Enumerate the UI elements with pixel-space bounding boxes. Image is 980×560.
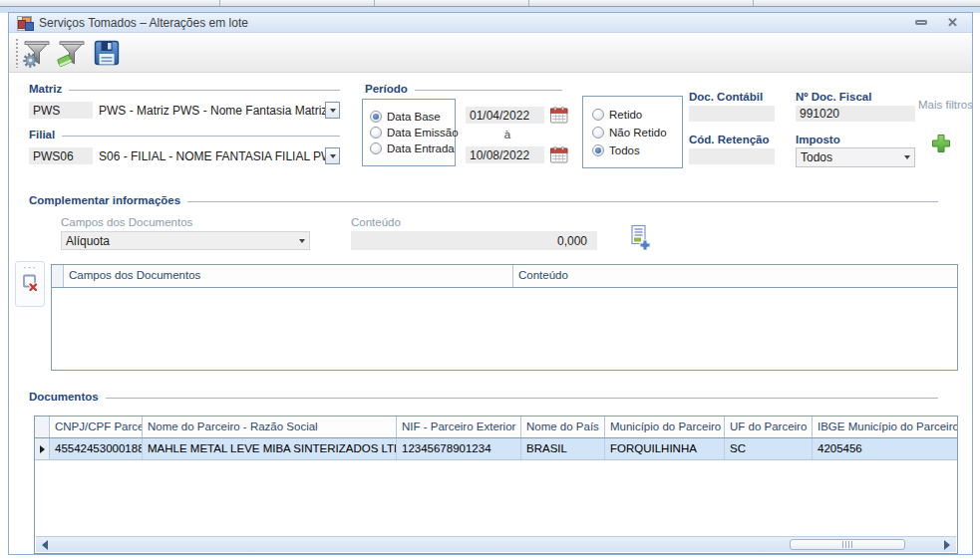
column-header[interactable]: IBGE Município do Parceiro [813,417,957,437]
filial-combo[interactable]: S06 - FILIAL - NOME FANTASIA FILIAL PWS0… [99,147,340,164]
campos-documentos-combo[interactable]: Alíquota [61,231,310,250]
minimize-button[interactable] [915,20,927,25]
screen: { "window": { "title": "Serviços Tomados… [0,0,980,560]
column-header-conteudo[interactable]: Conteúdo [513,265,957,287]
app-window-icon [17,15,33,30]
scroll-left-arrow[interactable] [42,540,48,550]
conteudo-field[interactable]: 0,000 [351,231,597,250]
cod-retencao-label: Cód. Retenção [689,134,770,145]
column-header[interactable]: CNPJ/CPF Parceiro [50,417,143,437]
horizontal-scrollbar[interactable] [36,536,956,552]
matriz-combo[interactable]: PWS - Matriz PWS - Nome Fantasia Matriz … [99,102,340,119]
row-selector[interactable] [35,438,50,459]
cell-nif[interactable]: 12345678901234 [397,438,521,459]
cell-pais[interactable]: BRASIL [521,438,605,459]
add-content-button[interactable] [629,224,651,254]
document-add-icon [629,224,651,250]
radio-button-icon [592,127,604,139]
radio-retido[interactable]: Retido [592,109,682,121]
more-options-dots[interactable]: ··· [23,263,37,271]
date-to-field[interactable]: 10/08/2022 [466,146,544,163]
radio-label: Não Retido [609,127,667,139]
radio-button-icon [370,111,382,123]
conteudo-label: Conteúdo [351,216,401,228]
backdrop-separator [753,0,754,6]
table-row[interactable]: 45542453000188 MAHLE METAL LEVE MIBA SIN… [35,438,957,460]
grid-selector-header [35,417,50,437]
doc-fiscal-field[interactable]: 991020 [796,106,915,122]
cell-municipio[interactable]: FORQUILHINHA [605,438,725,459]
column-header[interactable]: NIF - Parceiro Exterior [397,417,521,437]
save-floppy-icon [92,38,122,68]
filial-combo-value: S06 - FILIAL - NOME FANTASIA FILIAL PWS0… [99,149,325,163]
campos-documentos-label: Campos dos Documentos [61,216,192,228]
mais-filtros-button[interactable] [930,133,952,158]
radio-data-base[interactable]: Data Base [370,111,455,123]
chevron-down-icon [904,155,910,159]
documentos-grid[interactable]: CNPJ/CPF Parceiro Nome do Parceiro - Raz… [34,416,958,554]
filial-combo-dropdown-button[interactable] [325,147,340,164]
backdrop-separator [374,0,375,6]
background-window-strip [0,0,980,7]
complementar-grid[interactable]: Campos dos Documentos Conteúdo [51,264,958,371]
radio-nao-retido[interactable]: Não Retido [592,127,682,139]
filial-label: Filial [29,129,55,140]
chevron-down-icon [330,109,336,113]
imposto-combo[interactable]: Todos [796,147,915,167]
date-to-calendar-button[interactable] [550,146,568,167]
matriz-label: Matriz [29,83,62,95]
cell-razao-social[interactable]: MAHLE METAL LEVE MIBA SINTERIZADOS LTDA [143,438,397,459]
radio-button-icon [592,109,604,121]
cell-cnpj[interactable]: 45542453000188 [50,438,143,459]
filter-search-button[interactable] [21,37,53,69]
dialog-window: Serviços Tomados – Alterações em lote ✕ [8,12,973,555]
column-header[interactable]: UF do Parceiro [725,417,813,437]
remove-row-icon [21,274,39,292]
section-complementar: Complementar informações [29,194,938,206]
column-header[interactable]: Município do Parceiro [605,417,725,437]
column-header[interactable]: Nome do Parceiro - Razão Social [143,417,397,437]
remove-row-button[interactable] [21,274,39,296]
grid-side-toolbar: ··· [15,261,45,307]
scroll-right-arrow[interactable] [944,540,950,550]
toolbar [9,33,972,73]
filter-clear-button[interactable] [56,37,88,69]
filter-clear-icon [57,38,87,68]
mais-filtros-label: Mais filtros [918,98,966,112]
section-periodo: Período [365,83,562,95]
date-from-field[interactable]: 01/04/2022 [466,107,544,124]
close-button[interactable]: ✕ [947,16,958,29]
section-filial: Filial [29,129,340,140]
cod-retencao-field[interactable] [689,148,775,164]
grid-selector-header [52,265,64,287]
radio-button-icon [370,127,382,139]
cell-ibge[interactable]: 4205456 [813,438,957,459]
filter-gear-icon [22,38,52,68]
title-bar[interactable]: Serviços Tomados – Alterações em lote ✕ [9,13,972,33]
doc-contabil-field[interactable] [689,106,775,122]
date-from-calendar-button[interactable] [550,107,568,128]
calendar-icon [550,146,568,163]
doc-contabil-label: Doc. Contábil [689,91,763,103]
doc-fiscal-label: Nº Doc. Fiscal [796,91,871,103]
matriz-code-field[interactable]: PWS [29,102,93,119]
scrollbar-grip-icon [842,541,852,548]
plus-icon [930,133,952,154]
documentos-label: Documentos [29,391,99,403]
column-header[interactable]: Nome do País [521,417,605,437]
complementar-label: Complementar informações [29,194,180,206]
scrollbar-thumb[interactable] [790,539,905,550]
radio-todos[interactable]: Todos [592,144,682,156]
chevron-down-icon [330,154,336,158]
toolbar-grip[interactable] [15,38,19,68]
filial-code-field[interactable]: PWS06 [29,147,93,164]
matriz-combo-dropdown-button[interactable] [325,102,340,119]
column-header-campos[interactable]: Campos dos Documentos [64,265,513,287]
cell-uf[interactable]: SC [725,438,813,459]
save-button[interactable] [91,37,123,69]
backdrop-separator [219,0,220,6]
radio-data-emissao[interactable]: Data Emissão [370,127,455,139]
window-title: Serviços Tomados – Alterações em lote [39,16,248,30]
date-range-separator: à [495,129,519,140]
radio-data-entrada[interactable]: Data Entrada [370,142,455,154]
